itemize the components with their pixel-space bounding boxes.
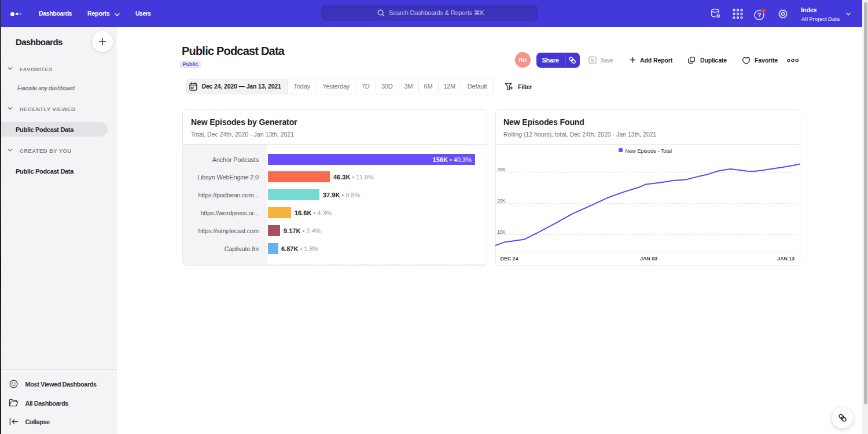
svg-text:?: ? xyxy=(757,12,762,19)
